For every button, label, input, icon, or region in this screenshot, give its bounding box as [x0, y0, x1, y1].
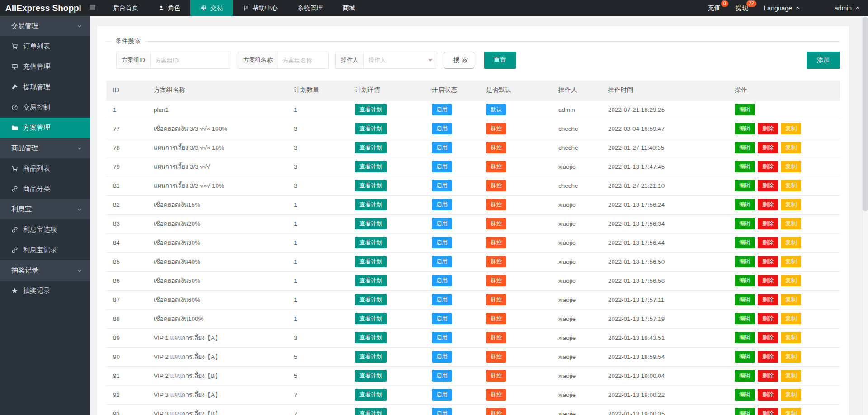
delete-button[interactable]: 删除 [758, 123, 778, 134]
top-menu-item-2[interactable]: 交易 [190, 0, 233, 16]
status-enabled-button[interactable]: 启用 [432, 313, 452, 324]
status-enabled-button[interactable]: 启用 [432, 180, 452, 191]
sidebar-item-0-0[interactable]: 订单列表 [0, 36, 90, 57]
copy-button[interactable]: 复制 [781, 275, 801, 286]
edit-button[interactable]: 编辑 [735, 256, 755, 267]
view-plan-button[interactable]: 查看计划 [355, 142, 387, 153]
vertical-scrollbar[interactable] [862, 16, 868, 415]
edit-button[interactable]: 编辑 [735, 237, 755, 248]
default-status-button[interactable]: 群控 [486, 351, 506, 363]
add-button[interactable]: 添加 [807, 52, 840, 69]
edit-button[interactable]: 编辑 [735, 370, 755, 382]
status-enabled-button[interactable]: 启用 [432, 104, 452, 115]
sidebar-group-3[interactable]: 抽奖记录 [0, 260, 90, 281]
default-status-button[interactable]: 群控 [486, 389, 506, 401]
edit-button[interactable]: 编辑 [735, 389, 755, 401]
status-enabled-button[interactable]: 启用 [432, 294, 452, 305]
language-menu-item[interactable]: Language [756, 0, 808, 16]
view-plan-button[interactable]: 查看计划 [355, 370, 387, 382]
sidebar-group-1[interactable]: 商品管理 [0, 138, 90, 158]
status-enabled-button[interactable]: 启用 [432, 389, 452, 401]
status-enabled-button[interactable]: 启用 [432, 237, 452, 248]
hamburger-icon[interactable] [81, 0, 103, 16]
user-menu-item[interactable]: admin [824, 0, 868, 16]
edit-button[interactable]: 编辑 [735, 218, 755, 229]
edit-button[interactable]: 编辑 [735, 351, 755, 363]
default-status-button[interactable]: 群控 [486, 332, 506, 343]
edit-button[interactable]: 编辑 [735, 313, 755, 324]
operator-select[interactable]: 操作人 [364, 52, 437, 69]
default-status-button[interactable]: 群控 [486, 294, 506, 305]
edit-button[interactable]: 编辑 [735, 142, 755, 153]
copy-button[interactable]: 复制 [781, 408, 801, 415]
status-enabled-button[interactable]: 启用 [432, 161, 452, 172]
status-enabled-button[interactable]: 启用 [432, 218, 452, 229]
default-status-button[interactable]: 群控 [486, 218, 506, 229]
default-status-button[interactable]: 默认 [486, 104, 506, 115]
top-menu-item-0[interactable]: 后台首页 [103, 0, 148, 16]
view-plan-button[interactable]: 查看计划 [355, 389, 387, 401]
view-plan-button[interactable]: 查看计划 [355, 408, 387, 415]
view-plan-button[interactable]: 查看计划 [355, 104, 387, 115]
copy-button[interactable]: 复制 [781, 123, 801, 134]
default-status-button[interactable]: 群控 [486, 142, 506, 153]
delete-button[interactable]: 删除 [758, 161, 778, 172]
view-plan-button[interactable]: 查看计划 [355, 313, 387, 324]
copy-button[interactable]: 复制 [781, 294, 801, 305]
delete-button[interactable]: 删除 [758, 237, 778, 248]
edit-button[interactable]: 编辑 [735, 408, 755, 415]
top-menu-item-5[interactable]: 商城 [333, 0, 365, 16]
copy-button[interactable]: 复制 [781, 351, 801, 363]
sidebar-item-0-3[interactable]: 交易控制 [0, 97, 90, 118]
sidebar-item-2-1[interactable]: 利息宝记录 [0, 240, 90, 260]
default-status-button[interactable]: 群控 [486, 237, 506, 248]
sidebar-item-0-4[interactable]: 方案管理 [0, 118, 90, 138]
view-plan-button[interactable]: 查看计划 [355, 199, 387, 210]
refresh-button[interactable] [808, 0, 824, 16]
edit-button[interactable]: 编辑 [735, 332, 755, 343]
default-status-button[interactable]: 群控 [486, 370, 506, 382]
edit-button[interactable]: 编辑 [735, 294, 755, 305]
default-status-button[interactable]: 群控 [486, 199, 506, 210]
search-button[interactable]: 搜 索 [444, 52, 474, 69]
scrollbar-thumb[interactable] [863, 17, 868, 211]
view-plan-button[interactable]: 查看计划 [355, 123, 387, 134]
top-menu-item-1[interactable]: 角色 [148, 0, 190, 16]
default-status-button[interactable]: 群控 [486, 180, 506, 191]
view-plan-button[interactable]: 查看计划 [355, 332, 387, 343]
plan-group-id-input[interactable] [151, 52, 231, 69]
delete-button[interactable]: 删除 [758, 332, 778, 343]
delete-button[interactable]: 删除 [758, 199, 778, 210]
view-plan-button[interactable]: 查看计划 [355, 218, 387, 229]
view-plan-button[interactable]: 查看计划 [355, 294, 387, 305]
delete-button[interactable]: 删除 [758, 180, 778, 191]
default-status-button[interactable]: 群控 [486, 275, 506, 286]
view-plan-button[interactable]: 查看计划 [355, 180, 387, 191]
delete-button[interactable]: 删除 [758, 218, 778, 229]
delete-button[interactable]: 删除 [758, 389, 778, 401]
view-plan-button[interactable]: 查看计划 [355, 237, 387, 248]
sidebar-item-2-0[interactable]: 利息宝选项 [0, 219, 90, 240]
delete-button[interactable]: 删除 [758, 351, 778, 363]
copy-button[interactable]: 复制 [781, 237, 801, 248]
sidebar-item-0-1[interactable]: 充值管理 [0, 57, 90, 77]
copy-button[interactable]: 复制 [781, 142, 801, 153]
copy-button[interactable]: 复制 [781, 389, 801, 401]
sidebar-item-3-0[interactable]: 抽奖记录 [0, 281, 90, 301]
copy-button[interactable]: 复制 [781, 161, 801, 172]
copy-button[interactable]: 复制 [781, 332, 801, 343]
top-menu-item-3[interactable]: 帮助中心 [233, 0, 288, 16]
status-enabled-button[interactable]: 启用 [432, 370, 452, 382]
copy-button[interactable]: 复制 [781, 180, 801, 191]
default-status-button[interactable]: 群控 [486, 408, 506, 415]
copy-button[interactable]: 复制 [781, 256, 801, 267]
delete-button[interactable]: 删除 [758, 408, 778, 415]
sidebar-group-2[interactable]: 利息宝 [0, 199, 90, 219]
delete-button[interactable]: 删除 [758, 313, 778, 324]
status-enabled-button[interactable]: 启用 [432, 332, 452, 343]
copy-button[interactable]: 复制 [781, 218, 801, 229]
sidebar-item-1-0[interactable]: 商品列表 [0, 158, 90, 179]
delete-button[interactable]: 删除 [758, 256, 778, 267]
top-menu-item-4[interactable]: 系统管理 [288, 0, 333, 16]
default-status-button[interactable]: 群控 [486, 123, 506, 134]
